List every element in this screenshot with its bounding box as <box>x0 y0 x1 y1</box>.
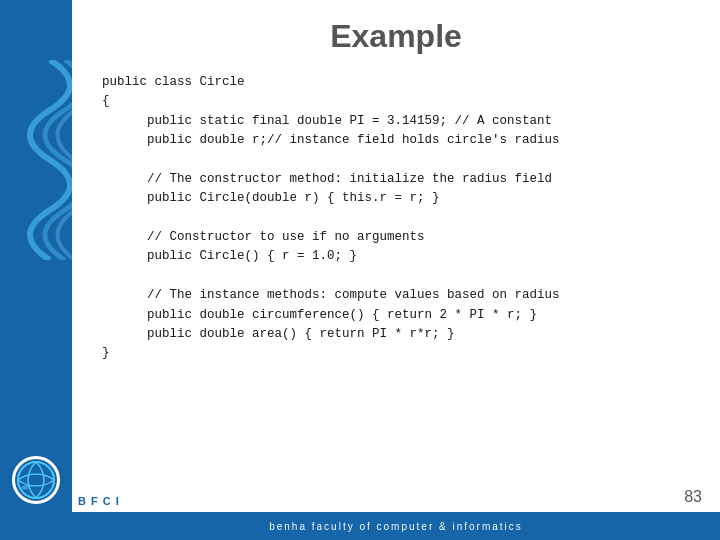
title-area: Example <box>72 0 720 65</box>
code-block: public class Circle { public static fina… <box>102 73 700 364</box>
sidebar <box>0 0 72 540</box>
slide-title: Example <box>102 18 690 55</box>
logo-circle <box>12 456 60 504</box>
bfci-label: B F C I <box>78 495 120 507</box>
bottom-bar-text: Benha faculty of computer & Informatics <box>269 521 523 532</box>
page-number: 83 <box>684 488 702 506</box>
svg-point-0 <box>18 462 54 498</box>
bottom-bar: Benha faculty of computer & Informatics <box>72 512 720 540</box>
main-content: Example public class Circle { public sta… <box>72 0 720 540</box>
logo-area <box>5 456 67 504</box>
code-area: public class Circle { public static fina… <box>72 65 720 540</box>
